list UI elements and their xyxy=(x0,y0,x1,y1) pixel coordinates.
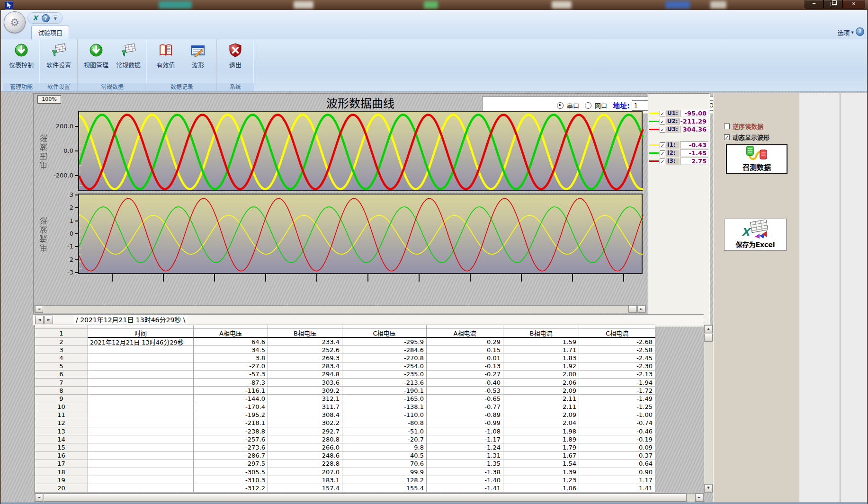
scroll-left-icon[interactable]: ◄ xyxy=(35,306,43,313)
ribbon-button[interactable]: 波形 xyxy=(183,42,213,69)
tab-scroll-left-icon[interactable]: ◄ xyxy=(35,316,44,324)
legend-checkbox[interactable]: ✓ xyxy=(660,127,665,133)
row-number: 13 xyxy=(35,427,88,435)
reverse-read-checkbox-row[interactable]: 逆序读数据 xyxy=(724,122,763,131)
table-cell: 128.2 xyxy=(342,476,427,484)
table-cell xyxy=(268,325,342,329)
table-cell: 40.5 xyxy=(342,452,427,460)
legend-checkbox[interactable]: ✓ xyxy=(660,150,665,156)
table-cell xyxy=(194,325,268,329)
waveform-notebook-icon xyxy=(190,42,206,58)
options-dropdown[interactable]: 选项 ▼ xyxy=(838,28,854,37)
table-cell: -190.1 xyxy=(342,387,427,395)
dynamic-wave-checkbox-row[interactable]: ✓ 动态显示波形 xyxy=(724,133,770,141)
ribbon-button-label: 有效值 xyxy=(156,60,175,69)
row-number: 1 xyxy=(35,329,88,338)
table-vertical-scrollbar[interactable]: ▲ ▼ xyxy=(704,325,713,493)
table-cell: 283.4 xyxy=(268,363,342,371)
table-cell: -0.40 xyxy=(427,379,503,387)
table-cell xyxy=(88,443,194,451)
table-cell: -1.41 xyxy=(427,484,503,492)
ribbon-button-label: 退出 xyxy=(229,60,242,69)
legend-checkbox[interactable]: ✓ xyxy=(660,159,665,164)
ribbon-button-label: 波形 xyxy=(192,60,204,69)
row-number: 20 xyxy=(35,484,88,492)
ribbon-group: 软件设置软件设置 xyxy=(40,39,78,91)
table-cell: 1.41 xyxy=(579,484,655,492)
ribbon-group: 退出系统 xyxy=(217,39,254,91)
sheet-tab[interactable]: / 2021年12月21日 13时46分29秒 \ xyxy=(74,315,188,325)
tab-scroll-right-icon[interactable]: ► xyxy=(45,316,53,324)
table-cell: -0.19 xyxy=(579,435,655,443)
tab-test-project[interactable]: 试验项目 xyxy=(31,26,69,40)
office-orb-button[interactable]: ⚙ xyxy=(4,11,26,33)
table-cell: 时间 xyxy=(88,329,194,338)
table-cell: 0.64 xyxy=(579,460,655,468)
table-cell xyxy=(88,411,194,419)
help-icon[interactable]: ? xyxy=(42,14,50,22)
table-cell: 292.7 xyxy=(268,427,342,435)
chart-title: 波形数据曲线 xyxy=(78,94,643,111)
table-horizontal-scrollbar[interactable]: ◄ ► xyxy=(35,493,704,502)
y-axis-tick-mark xyxy=(75,246,78,247)
table-cell: 64.6 xyxy=(194,338,268,346)
minimize-button[interactable]: ─ xyxy=(805,0,823,9)
ribbon-button[interactable]: 视图管理 xyxy=(81,42,111,69)
reverse-read-checkbox[interactable] xyxy=(724,124,730,129)
row-number: 7 xyxy=(35,379,88,387)
scroll-up-icon[interactable]: ▲ xyxy=(704,325,713,333)
table-cell: 252.6 xyxy=(268,346,342,354)
fetch-data-button[interactable]: 召测数据 xyxy=(726,144,787,174)
waveform-U3 xyxy=(79,115,643,189)
scrollbar-thumb[interactable] xyxy=(44,494,687,502)
table-cell: 1.83 xyxy=(503,354,579,362)
ribbon-header: ⚙ X ? ▼ 试验项目 选项 ▼ ? xyxy=(0,10,868,40)
scrollbar-thumb[interactable] xyxy=(628,306,637,313)
ribbon-group-label: 数据记录 xyxy=(147,83,216,91)
qat-customize-icon[interactable]: ▼ xyxy=(54,16,57,21)
table-cell: 248.6 xyxy=(268,452,342,460)
table-cell: 70.6 xyxy=(342,460,427,468)
close-button[interactable]: × xyxy=(842,0,865,9)
table-cell: -312.2 xyxy=(194,484,268,492)
desktop-blob xyxy=(665,1,690,9)
table-cell: 99.9 xyxy=(342,468,427,476)
table-cell: -254.0 xyxy=(342,363,427,371)
scroll-right-icon[interactable]: ► xyxy=(637,306,645,313)
table-cell: -0.46 xyxy=(579,427,655,435)
scrollbar-thumb[interactable] xyxy=(704,334,713,342)
ribbon-button[interactable]: 有效值 xyxy=(151,42,180,69)
filter-table-icon xyxy=(120,42,136,58)
row-number: 19 xyxy=(35,476,88,484)
restore-button[interactable] xyxy=(823,0,842,9)
table-cell: 1.92 xyxy=(503,363,579,371)
ribbon-button[interactable]: 软件设置 xyxy=(44,42,73,69)
table-cell: -138.1 xyxy=(342,403,427,411)
legend-checkbox[interactable]: ✓ xyxy=(660,111,665,116)
scroll-right-icon[interactable]: ► xyxy=(695,494,703,502)
table-cell: -144.0 xyxy=(194,395,268,403)
legend-color-line xyxy=(649,113,659,114)
y-axis-tick-mark xyxy=(75,195,78,195)
legend-checkbox[interactable]: ✓ xyxy=(660,119,665,124)
table-cell: 312.1 xyxy=(268,395,342,403)
legend-checkbox[interactable]: ✓ xyxy=(660,142,665,148)
table-cell: 266.0 xyxy=(268,443,342,451)
dynamic-wave-checkbox[interactable]: ✓ xyxy=(724,134,730,140)
ribbon-button[interactable]: 退出 xyxy=(221,42,250,69)
ribbon-button[interactable]: 仪表控制 xyxy=(7,42,36,69)
table-cell: -284.6 xyxy=(342,346,427,354)
ribbon-group: 仪表控制管理功能 xyxy=(3,39,40,91)
scroll-left-icon[interactable]: ◄ xyxy=(35,494,43,502)
table-cell: 2.04 xyxy=(503,419,579,427)
table-cell: -0.89 xyxy=(427,411,503,419)
excel-shortcut-icon[interactable]: X xyxy=(33,14,38,22)
ribbon-button[interactable]: 常规数据 xyxy=(114,42,143,69)
scroll-down-icon[interactable]: ▼ xyxy=(704,484,713,492)
chart-horizontal-scrollbar[interactable]: ◄ ► xyxy=(35,305,646,313)
help-icon[interactable]: ? xyxy=(856,27,864,36)
save-excel-button[interactable]: X 保存为Excel xyxy=(724,219,787,251)
table-cell: 207.0 xyxy=(268,468,342,476)
legend-row: ✓I2:-1.45 xyxy=(649,149,708,157)
table-cell: -165.0 xyxy=(342,395,427,403)
